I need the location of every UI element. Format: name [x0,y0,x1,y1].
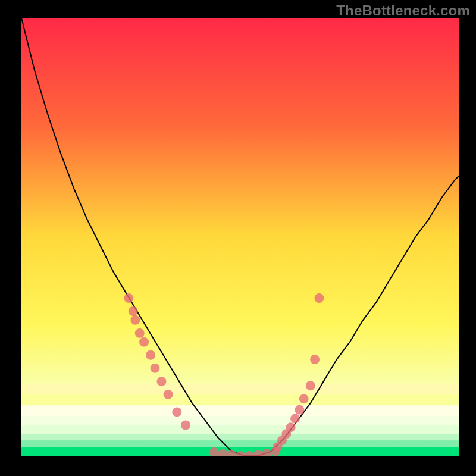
horizontal-band [21,425,459,434]
left-cluster-markers-point [150,364,159,373]
left-cluster-markers-point [157,377,167,386]
left-cluster-markers-point [139,337,149,347]
right-cluster-markers-point [310,355,320,364]
watermark-text: TheBottleneck.com [336,2,470,19]
left-cluster-markers-point [164,390,173,399]
right-cluster-markers-point [299,394,309,403]
horizontal-band [21,405,459,416]
horizontal-bands [21,384,459,456]
plot-svg [21,18,459,456]
horizontal-band [21,394,459,405]
plot-area [21,18,459,456]
left-cluster-markers-point [124,293,133,303]
left-cluster-markers-point [172,407,181,416]
right-cluster-markers-point [314,293,324,303]
left-cluster-markers-point [146,350,155,360]
left-cluster-markers-point [129,306,138,316]
left-cluster-markers-point [135,328,145,338]
chart-frame: TheBottleneck.com [0,0,476,476]
right-cluster-markers-point [290,414,300,423]
horizontal-band [21,440,459,447]
right-cluster-markers-point [295,405,304,415]
right-cluster-markers-point [306,381,315,390]
right-cluster-markers-point [286,422,296,432]
left-cluster-markers-point [181,420,190,430]
horizontal-band [21,434,459,440]
horizontal-band [21,416,459,425]
left-cluster-markers-point [130,315,140,325]
horizontal-band [21,384,459,394]
